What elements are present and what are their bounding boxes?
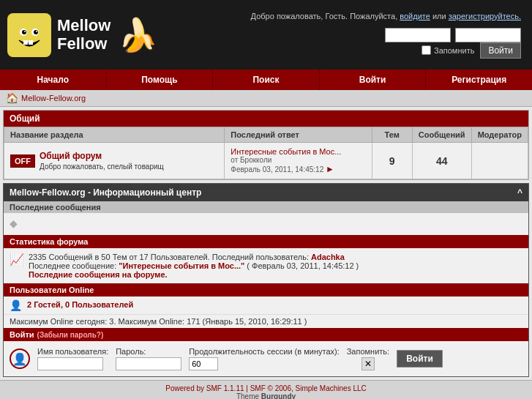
stats-header: Статистика форума [4,235,528,248]
duration-input[interactable] [189,357,218,370]
header-login-row [385,28,521,42]
table-row: OFF Общий форум Добро пожаловать, спелый… [4,143,528,179]
home-icon: 🏠 [6,92,18,104]
svg-point-6 [36,31,37,32]
stats-last-title-link[interactable]: "Интересные события в Мос..." [119,261,244,270]
header-remember-checkbox[interactable] [422,45,431,55]
th-name: Название раздела [4,127,225,143]
diamond-icon: ◆ [10,217,18,229]
main-content: 🏠 Mellow-Fellow.org Общий Название разде… [0,90,532,399]
stats-line1: 2335 Сообщений в 50 Тем от 17 Пользовате… [29,253,359,261]
stats-line2: Последнее сообщение: "Интересные события… [29,261,359,270]
duration-label: Продолжительность сессии (в минутах): [189,347,340,356]
th-topics: Тем [372,127,412,143]
new-post-icon: ► [326,164,334,174]
password-field: Пароль: [116,347,181,370]
online-count: 2 Гостей, 0 Пользователей [27,300,133,309]
nav-register[interactable]: Регистрация [426,70,532,90]
footer-theme-label: Theme [236,392,259,399]
svg-point-4 [34,30,38,34]
online-header: Пользователи Online [4,283,528,297]
banana-icon: 🍌 [118,16,158,54]
remember-section: Запомнить: ✕ [347,347,389,370]
th-mod: Модератор [471,127,528,143]
login-link[interactable]: войдите [400,12,430,20]
last-reply-by: от Брокколи [231,156,365,164]
nav-search[interactable]: Поиск [213,70,320,90]
username-input[interactable] [37,357,103,370]
info-center-title: Mellow-Fellow.org - Информационный центр [10,187,201,198]
online-icon: 👤 [10,299,22,311]
register-link[interactable]: зарегистрируйтесь. [449,12,521,20]
svg-rect-0 [10,16,48,54]
forum-row-icon: OFF Общий форум Добро пожаловать, спелый… [10,151,218,171]
online-max: Максимум Online сегодня: 3. Максимум Onl… [4,314,528,328]
login-section-header: Войти (Забыли пароль?) [4,328,528,341]
last-reply-date: Февраль 03, 2011, 14:45:12 ► [231,164,365,174]
logo-area: MellowFellow 🍌 [7,13,190,57]
footer-powered: Powered by SMF 1.1.11 | SMF © 2006, Simp… [165,384,367,392]
stats-line3: Последние сообщения на форуме. [29,270,359,279]
header-login-button[interactable]: Войти [480,42,521,59]
th-posts: Сообщений [412,127,471,143]
forum-table: Название раздела Последний ответ Тем Соо… [4,127,528,179]
username-field: Имя пользователя: [37,347,108,370]
last-posts-area: ◆ [4,213,528,235]
header-password-input[interactable] [455,28,521,42]
th-last: Последний ответ [225,127,372,143]
stats-row: 📈 2335 Сообщений в 50 Тем от 17 Пользова… [10,253,522,279]
last-posts-link[interactable]: Последние сообщения на форуме. [29,270,168,279]
stats-content: 📈 2335 Сообщений в 50 Тем от 17 Пользова… [4,248,528,283]
header-remember-row: Запомнить Войти [422,42,521,59]
login-submit-button[interactable]: Войти [397,350,443,368]
login-content: 👤 Имя пользователя: Пароль: Продолжитель… [4,341,528,376]
logo-text: MellowFellow [57,17,110,52]
forum-name-cell: OFF Общий форум Добро пожаловать, спелый… [4,143,225,179]
stats-user-link[interactable]: Adachka [311,253,345,261]
svg-point-3 [22,30,26,34]
info-center-header: Mellow-Fellow.org - Информационный центр… [4,184,528,201]
forum-topics-cell: 9 [372,143,412,179]
stats-icon: 📈 [10,253,24,266]
forum-section-header: Общий [4,111,528,127]
online-content: 👤 2 Гостей, 0 Пользователей [4,297,528,314]
username-label: Имя пользователя: [37,347,108,356]
svg-rect-8 [29,40,33,45]
site-header: MellowFellow 🍌 Добро пожаловать, Гость. … [0,0,532,70]
login-section-title: Войти [10,330,34,339]
main-nav: Начало Помощь Поиск Войти Регистрация [0,70,532,90]
nav-help[interactable]: Помощь [107,70,214,90]
forum-title[interactable]: Общий форум [40,151,164,161]
last-posts-header: Последние сообщения [4,201,528,213]
footer: Powered by SMF 1.1.11 | SMF © 2006, Simp… [0,380,532,399]
last-reply-title[interactable]: Интересные события в Мос... [231,147,365,156]
remember-section-label: Запомнить: [347,347,389,356]
breadcrumb: 🏠 Mellow-Fellow.org [0,90,532,107]
topic-count: 9 [378,155,406,167]
duration-field: Продолжительность сессии (в минутах): [189,347,340,370]
remember-label: Запомнить [434,46,474,55]
forum-section: Общий Название раздела Последний ответ Т… [3,110,529,180]
forgot-password-link[interactable]: (Забыли пароль?) [37,331,104,339]
forum-info: Общий форум Добро пожаловать, спелый тов… [40,151,164,171]
forum-last-cell: Интересные события в Мос... от Брокколи … [225,143,372,179]
welcome-text: Добро пожаловать, Гость. Пожалуйста, вой… [251,12,521,20]
header-login-area: Добро пожаловать, Гость. Пожалуйста, вой… [190,12,525,59]
breadcrumb-link[interactable]: Mellow-Fellow.org [21,94,86,102]
forum-mod-cell [471,143,528,179]
off-badge: OFF [10,154,35,168]
password-label: Пароль: [116,347,181,356]
posts-count: 44 [419,155,465,167]
svg-point-5 [24,31,26,32]
collapse-icon[interactable]: ^ [517,187,522,198]
forum-posts-cell: 44 [412,143,471,179]
nav-home[interactable]: Начало [0,70,107,90]
header-username-input[interactable] [385,28,451,42]
svg-rect-7 [23,40,28,45]
footer-smf-link[interactable]: Powered by SMF 1.1.11 | SMF © 2006, Simp… [165,384,367,392]
stats-text-area: 2335 Сообщений в 50 Тем от 17 Пользовате… [29,253,359,279]
password-input[interactable] [116,357,181,370]
logo-face-icon [7,13,51,57]
nav-login[interactable]: Войти [320,70,427,90]
remember-x-button[interactable]: ✕ [361,357,375,370]
